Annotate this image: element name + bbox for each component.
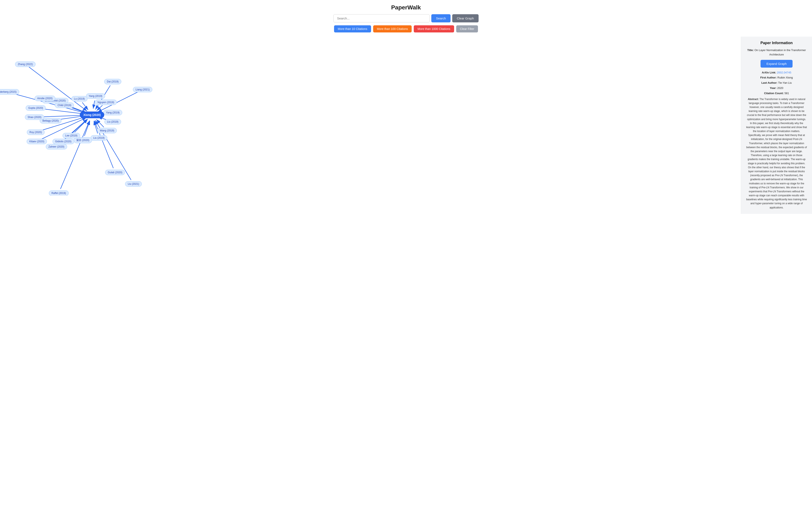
paper-title-row: Title: On Layer Normalization in the Tra… bbox=[746, 48, 807, 57]
year-row: Year: 2020 bbox=[746, 86, 807, 90]
paper-title-label: Title: bbox=[747, 48, 754, 52]
graph-node-jaderberg2015[interactable]: Jaderberg (2015) bbox=[0, 89, 19, 95]
filter-10-button[interactable]: More than 10 Citations bbox=[334, 25, 371, 32]
last-author-value: Tie-Yan Liu bbox=[778, 81, 792, 84]
last-author-row: Last Author: Tie-Yan Liu bbox=[746, 81, 807, 85]
graph-node-raffel2019[interactable]: Raffel (2019) bbox=[49, 190, 69, 196]
graph-node-liu2019b[interactable]: Liu (2019) bbox=[90, 135, 107, 141]
graph-node-gulati2020[interactable]: Gulati (2020) bbox=[105, 170, 125, 175]
paper-title-value: On Layer Normalization in the Transforme… bbox=[754, 48, 806, 56]
first-author-label: First Author: bbox=[760, 76, 777, 79]
clear-filter-button[interactable]: Clear Filter bbox=[456, 25, 478, 32]
graph-node-liu2019a[interactable]: Liu (2019) bbox=[104, 119, 121, 125]
svg-line-19 bbox=[39, 115, 86, 117]
graph-area[interactable]: Xiong (2020)Zhang (2022)Dai (2019)Liang … bbox=[0, 37, 741, 196]
svg-line-11 bbox=[94, 121, 98, 133]
main-content: Xiong (2020)Zhang (2022)Dai (2019)Liang … bbox=[0, 37, 812, 214]
expand-graph-button[interactable]: Expand Graph bbox=[760, 60, 793, 68]
svg-line-13 bbox=[75, 119, 88, 132]
citation-count-label: Citation Count: bbox=[764, 92, 784, 95]
graph-node-wang2019[interactable]: Wang (2019) bbox=[97, 128, 117, 133]
citation-count-row: Citation Count: 581 bbox=[746, 91, 807, 96]
graph-node-gupta2020[interactable]: Gupta (2020) bbox=[26, 105, 46, 111]
svg-line-12 bbox=[85, 121, 90, 136]
year-label: Year: bbox=[770, 86, 777, 89]
paper-info-panel: Paper Information Title: On Layer Normal… bbox=[741, 37, 812, 214]
graph-node-central[interactable]: Xiong (2020) bbox=[80, 112, 104, 118]
svg-line-10 bbox=[97, 119, 104, 127]
graph-node-shao2020[interactable]: Shao (2020) bbox=[25, 114, 44, 120]
graph-node-zaheer2020[interactable]: Zaheer (2020) bbox=[46, 144, 67, 149]
svg-line-7 bbox=[97, 105, 102, 111]
arxiv-row: ArXiv Link: 2002.04745 bbox=[746, 71, 807, 75]
graph-node-dai2019[interactable]: Dai (2019) bbox=[104, 79, 121, 84]
citation-count-value: 581 bbox=[784, 92, 789, 95]
graph-node-nguyen2019[interactable]: Nguyen (2019) bbox=[95, 100, 117, 105]
search-button[interactable]: Search bbox=[431, 14, 451, 23]
graph-node-liu2021[interactable]: Liu (2021) bbox=[125, 181, 142, 187]
graph-node-yang2019b[interactable]: Yang (2019) bbox=[103, 110, 122, 115]
abstract-value: The Transformer is widely used in natura… bbox=[746, 98, 807, 209]
year-value: 2020 bbox=[777, 86, 783, 89]
search-bar: Search Clear Graph bbox=[0, 14, 812, 23]
filter-1000-button[interactable]: More than 1000 Citations bbox=[414, 25, 454, 32]
abstract: Abstract: The Transformer is widely used… bbox=[746, 97, 807, 210]
graph-node-liang2021[interactable]: Liang (2021) bbox=[133, 87, 152, 92]
arxiv-link[interactable]: 2002.04745 bbox=[777, 71, 791, 74]
svg-line-5 bbox=[82, 102, 88, 110]
graph-node-ainslie2020[interactable]: Ainslie (2020) bbox=[34, 96, 55, 101]
svg-line-26 bbox=[60, 121, 89, 189]
graph-node-roy2020[interactable]: Roy (2020) bbox=[27, 130, 45, 135]
search-input[interactable] bbox=[333, 14, 430, 23]
graph-node-zhang2022[interactable]: Zhang (2022) bbox=[15, 61, 35, 67]
svg-line-6 bbox=[93, 100, 95, 109]
graph-node-yang2019a[interactable]: Yang (2019) bbox=[86, 93, 105, 99]
filter-bar: More than 10 Citations More than 100 Cit… bbox=[0, 25, 812, 32]
first-author-value: Ruibin Xiong bbox=[778, 76, 793, 79]
first-author-row: First Author: Ruibin Xiong bbox=[746, 75, 807, 80]
graph-node-kitaev2020[interactable]: Kitaev (2020) bbox=[27, 139, 47, 144]
svg-line-20 bbox=[40, 109, 86, 114]
arxiv-label: ArXiv Link: bbox=[762, 71, 776, 74]
clear-graph-button[interactable]: Clear Graph bbox=[452, 14, 479, 23]
graph-node-lee2019[interactable]: Lee (2019) bbox=[62, 133, 80, 138]
last-author-label: Last Author: bbox=[762, 81, 778, 84]
app-title: PaperWalk bbox=[0, 0, 812, 14]
graph-node-gidiotis2020[interactable]: Gidiotis (2020) bbox=[52, 139, 74, 144]
sidebar-title: Paper Information bbox=[746, 41, 807, 45]
filter-100-button[interactable]: More than 100 Citations bbox=[373, 25, 412, 32]
graph-node-lu2019[interactable]: Lu (2019) bbox=[71, 96, 87, 101]
abstract-label: Abstract: bbox=[748, 98, 759, 101]
